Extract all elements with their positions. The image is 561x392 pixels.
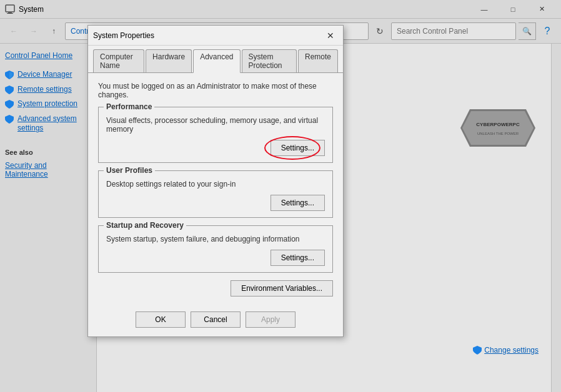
tab-remote[interactable]: Remote: [298, 49, 338, 72]
dialog-footer: OK Cancel Apply: [88, 305, 343, 336]
user-profiles-settings-button[interactable]: Settings...: [271, 195, 325, 211]
tab-computer-name[interactable]: Computer Name: [93, 49, 144, 72]
startup-recovery-btn-row: Settings...: [106, 250, 325, 266]
cancel-button[interactable]: Cancel: [191, 311, 241, 328]
performance-btn-row: Settings...: [106, 140, 325, 156]
dialog-tabs: Computer Name Hardware Advanced System P…: [88, 46, 343, 73]
performance-desc: Visual effects, processor scheduling, me…: [106, 116, 325, 134]
performance-group: Performance Visual effects, processor sc…: [98, 107, 333, 163]
admin-note: You must be logged on as an Administrato…: [98, 82, 333, 99]
env-variables-row: Environment Variables...: [98, 280, 333, 296]
user-profiles-label: User Profiles: [104, 166, 155, 175]
environment-variables-button[interactable]: Environment Variables...: [231, 280, 333, 296]
user-profiles-desc: Desktop settings related to your sign-in: [106, 180, 325, 189]
startup-recovery-group: Startup and Recovery System startup, sys…: [98, 225, 333, 273]
performance-settings-button[interactable]: Settings...: [271, 140, 325, 156]
apply-button[interactable]: Apply: [246, 311, 295, 328]
dialog-title: System Properties: [93, 31, 323, 40]
tab-system-protection[interactable]: System Protection: [242, 49, 297, 72]
ok-button[interactable]: OK: [136, 311, 186, 328]
startup-recovery-label: Startup and Recovery: [104, 221, 186, 230]
startup-recovery-settings-button[interactable]: Settings...: [271, 250, 325, 266]
user-profiles-group: User Profiles Desktop settings related t…: [98, 170, 333, 218]
startup-recovery-desc: System startup, system failure, and debu…: [106, 235, 325, 243]
tab-hardware[interactable]: Hardware: [146, 49, 192, 72]
settings-btn-wrapper: Settings...: [271, 140, 325, 156]
performance-label: Performance: [104, 102, 154, 111]
tab-advanced[interactable]: Advanced: [193, 49, 240, 73]
dialog-content: You must be logged on as an Administrato…: [88, 73, 343, 305]
dialog-overlay: System Properties ✕ Computer Name Hardwa…: [0, 0, 561, 392]
user-profiles-btn-row: Settings...: [106, 195, 325, 211]
dialog-title-bar: System Properties ✕: [88, 26, 343, 46]
dialog-close-button[interactable]: ✕: [323, 28, 338, 43]
system-properties-dialog: System Properties ✕ Computer Name Hardwa…: [87, 25, 344, 337]
